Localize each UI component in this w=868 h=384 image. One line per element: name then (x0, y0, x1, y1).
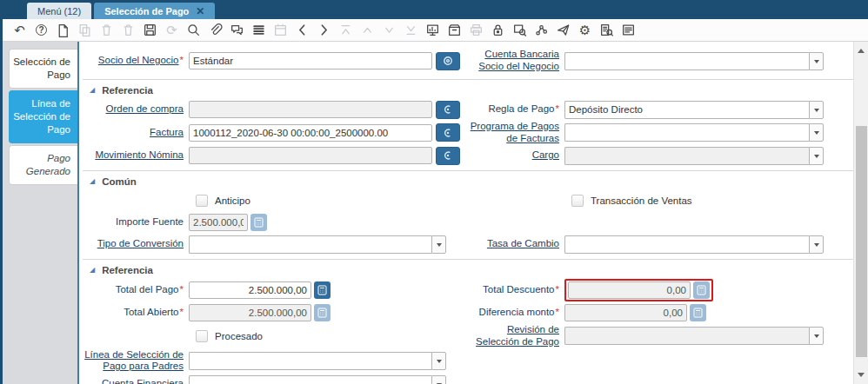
calculator-icon (693, 308, 703, 318)
sidebar-tab-2[interactable]: Pago Generado (9, 145, 77, 185)
vertical-scrollbar[interactable] (853, 42, 868, 384)
scrollbar-thumb[interactable] (856, 126, 867, 357)
report-icon[interactable] (596, 23, 618, 38)
revision-seleccion-input (564, 327, 809, 345)
tipo-conversion-input[interactable] (189, 235, 431, 254)
linea-seleccion-padres-input[interactable] (189, 352, 431, 370)
socio-del-negocio-label[interactable]: Socio del Negocio* (84, 55, 184, 67)
orden-de-compra-input (189, 101, 432, 118)
tipo-conversion-label[interactable]: Tipo de Conversión (84, 238, 184, 250)
regla-de-pago-dropdown-button[interactable] (809, 101, 824, 119)
revision-seleccion-label[interactable]: Revisión de Selección de Pago (464, 324, 559, 348)
archive-icon[interactable] (444, 23, 465, 38)
cuenta-bancaria-dropdown-button[interactable] (809, 52, 824, 70)
find-icon[interactable] (183, 23, 204, 38)
regla-de-pago-combobox (564, 101, 824, 119)
new-record-icon[interactable] (52, 23, 74, 38)
tasa-cambio-input[interactable] (564, 235, 809, 254)
total-descuento-calculator-button (693, 281, 710, 299)
calendar-icon (270, 23, 291, 38)
socio-del-negocio-input[interactable] (189, 52, 432, 70)
cargo-combobox (564, 147, 824, 165)
movimiento-nomina-label[interactable]: Movimiento Nómina (84, 149, 184, 162)
collapse-icon[interactable]: ◢ (90, 266, 95, 274)
customize-icon[interactable] (618, 23, 639, 38)
cuenta-bancaria-socio-label[interactable]: Cuenta Bancaria Socio del Negocio (464, 49, 559, 72)
chat-icon[interactable] (226, 23, 248, 38)
undo-icon[interactable]: ↶ (9, 23, 30, 38)
save-icon[interactable] (139, 23, 161, 38)
preferences-icon[interactable]: ⚙ (574, 23, 596, 38)
chart-icon[interactable] (422, 23, 444, 38)
diferencia-monto-calculator-button (690, 304, 706, 321)
programa-pagos-input[interactable] (564, 123, 809, 142)
orden-de-compra-label[interactable]: Orden de compra (84, 103, 184, 116)
last-record-icon (400, 23, 422, 38)
factura-search-button[interactable] (436, 123, 460, 142)
importe-fuente-calculator-button (250, 214, 267, 231)
regla-de-pago-input[interactable] (564, 101, 809, 119)
linea-seleccion-padres-dropdown-button[interactable] (431, 352, 446, 370)
movimiento-nomina-search-button[interactable] (436, 147, 460, 165)
tipo-conversion-dropdown-button[interactable] (431, 235, 446, 254)
next-record-icon[interactable] (313, 23, 335, 38)
socio-del-negocio-info-button[interactable] (436, 52, 460, 70)
window-tab-bar: Menú (12) Selección de Pago ✕ (3, 0, 868, 19)
help-icon[interactable]: ? (30, 23, 52, 38)
total-del-pago-input[interactable] (189, 281, 311, 299)
sidebar-tab-0[interactable]: Selección de Pago (9, 49, 77, 89)
factura-label[interactable]: Factura (84, 127, 184, 139)
factura-input[interactable] (189, 124, 432, 142)
form-row: Total del Pago* Total Descuento* (83, 279, 853, 301)
previous-record-icon[interactable] (291, 23, 313, 38)
linea-seleccion-padres-label[interactable]: Línea de Selección de Pago para Padres (84, 349, 184, 373)
cuenta-financiera-input[interactable] (189, 375, 431, 384)
tasa-cambio-label[interactable]: Tasa de Cambio (464, 238, 559, 250)
cuenta-bancaria-socio-field (564, 52, 825, 70)
procesado-checkbox[interactable] (196, 330, 208, 342)
main-area: Selección de PagoLínea de Selección de P… (3, 42, 868, 384)
scroll-down-icon[interactable] (858, 373, 865, 381)
cargo-dropdown-button[interactable] (809, 147, 824, 165)
tasa-cambio-dropdown-button[interactable] (809, 235, 824, 254)
linea-seleccion-padres-combobox (189, 352, 446, 370)
regla-de-pago-label: Regla de Pago* (464, 103, 559, 116)
cuenta-bancaria-socio-input[interactable] (564, 52, 809, 70)
tab-seleccion-de-pago[interactable]: Selección de Pago ✕ (94, 3, 215, 19)
tipo-conversion-combobox (189, 235, 446, 254)
revision-seleccion-combobox (564, 327, 824, 345)
transaccion-ventas-checkbox[interactable] (571, 195, 584, 207)
tab-menu[interactable]: Menú (12) (27, 3, 91, 19)
scroll-up-icon[interactable] (858, 45, 865, 53)
anticipo-checkbox[interactable] (196, 195, 208, 207)
section-title: Referencia (102, 85, 153, 96)
form-row: Tipo de Conversión Tasa de Cambio (83, 234, 853, 255)
zoom-across-icon[interactable] (509, 23, 531, 38)
revision-seleccion-dropdown-button[interactable] (809, 327, 824, 345)
send-mail-icon[interactable] (552, 23, 574, 38)
collapse-icon[interactable]: ◢ (90, 177, 95, 185)
programa-pagos-label[interactable]: Programa de Pagos de Facturas (464, 121, 559, 144)
cargo-label[interactable]: Cargo (464, 149, 559, 162)
record-search-icon (443, 128, 453, 138)
record-info-icon (443, 56, 453, 66)
collapse-icon[interactable]: ◢ (90, 86, 95, 94)
cuenta-financiera-dropdown-button[interactable] (431, 375, 446, 384)
total-del-pago-calculator-button[interactable] (314, 281, 331, 299)
grid-toggle-icon[interactable] (248, 23, 270, 38)
print-icon (465, 23, 487, 38)
calculator-icon (697, 285, 706, 295)
cargo-input (564, 147, 809, 165)
cargo-field (564, 147, 825, 165)
workflow-icon[interactable] (531, 23, 552, 38)
sidebar-tab-1[interactable]: Línea de Selección de Pago (9, 90, 77, 143)
cuenta-financiera-label[interactable]: Cuenta Financiera (84, 378, 184, 384)
form-row: Factura Programa de Pagos de Facturas (83, 121, 853, 144)
calculator-icon (317, 308, 327, 318)
orden-de-compra-search-button[interactable] (436, 101, 460, 119)
lock-icon[interactable] (487, 23, 509, 38)
close-icon[interactable]: ✕ (196, 5, 204, 17)
section-referencia-2: ◢ Referencia Total del Pago* Total Descu… (83, 259, 853, 384)
programa-pagos-dropdown-button[interactable] (809, 123, 824, 142)
attachment-icon[interactable] (204, 23, 226, 38)
